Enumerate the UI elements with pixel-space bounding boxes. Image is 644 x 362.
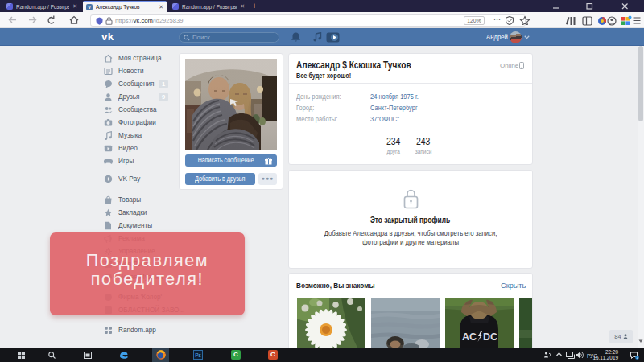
svg-text:AC: AC [462,331,477,343]
svg-text:DC: DC [483,331,497,343]
